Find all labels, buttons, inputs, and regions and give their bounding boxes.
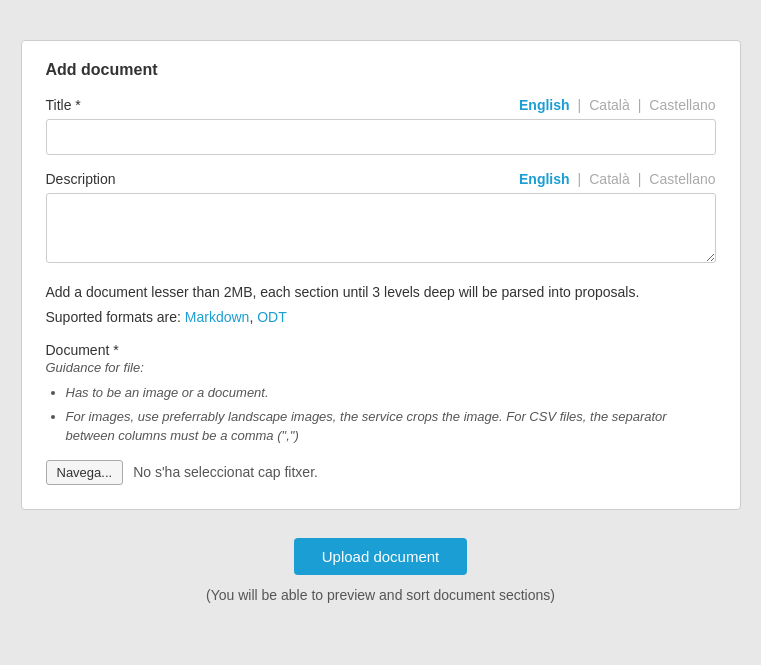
add-document-card: Add document Title * English | Català | … [21, 40, 741, 510]
description-field-group: Description English | Català | Castellan… [46, 171, 716, 266]
description-lang-tabs: English | Català | Castellano [519, 171, 715, 187]
info-text-1: Add a document lesser than 2MB, each sec… [46, 282, 716, 303]
bottom-section: Upload document (You will be able to pre… [206, 538, 555, 603]
title-lang-tabs: English | Català | Castellano [519, 97, 715, 113]
guidance-item-1: Has to be an image or a document. [66, 383, 716, 403]
card-title: Add document [46, 61, 716, 79]
title-label: Title * [46, 97, 81, 113]
file-browse-button[interactable]: Navega... [46, 460, 124, 485]
preview-note: (You will be able to preview and sort do… [206, 587, 555, 603]
markdown-link[interactable]: Markdown [185, 309, 250, 325]
description-field-header: Description English | Català | Castellan… [46, 171, 716, 187]
title-lang-english[interactable]: English [519, 97, 570, 113]
title-field-group: Title * English | Català | Castellano [46, 97, 716, 155]
document-label: Document * [46, 342, 716, 358]
upload-document-button[interactable]: Upload document [294, 538, 468, 575]
title-lang-castellano[interactable]: Castellano [649, 97, 715, 113]
odt-link[interactable]: ODT [257, 309, 287, 325]
page-wrapper: Add document Title * English | Català | … [0, 20, 761, 623]
description-lang-english[interactable]: English [519, 171, 570, 187]
title-field-header: Title * English | Català | Castellano [46, 97, 716, 113]
guidance-item-2: For images, use preferrably landscape im… [66, 407, 716, 446]
document-section: Document * Guidance for file: Has to be … [46, 342, 716, 485]
guidance-list: Has to be an image or a document. For im… [66, 383, 716, 446]
description-textarea[interactable] [46, 193, 716, 263]
file-upload-row: Navega... No s'ha seleccionat cap fitxer… [46, 460, 716, 485]
file-name-display: No s'ha seleccionat cap fitxer. [133, 464, 318, 480]
description-lang-castellano[interactable]: Castellano [649, 171, 715, 187]
description-label: Description [46, 171, 116, 187]
title-lang-catala[interactable]: Català [589, 97, 629, 113]
description-lang-catala[interactable]: Català [589, 171, 629, 187]
title-input[interactable] [46, 119, 716, 155]
info-text-2: Suported formats are: Markdown, ODT [46, 307, 716, 328]
guidance-label: Guidance for file: [46, 360, 716, 375]
